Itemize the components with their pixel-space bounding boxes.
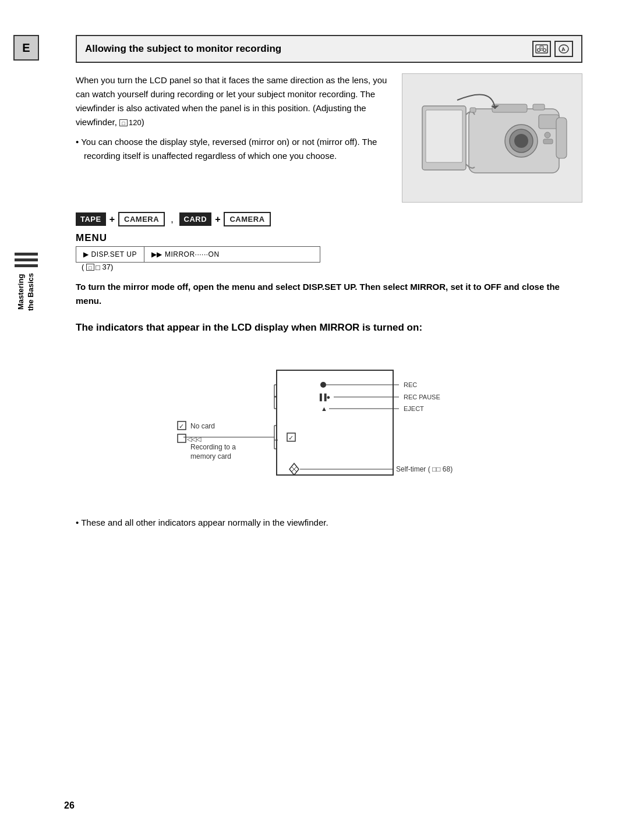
svg-point-1 bbox=[538, 49, 540, 52]
tape-badge: TAPE bbox=[76, 212, 106, 226]
svg-rect-13 bbox=[533, 104, 545, 110]
svg-text:Self-timer ( □□ 68): Self-timer ( □□ 68) bbox=[396, 465, 453, 473]
menu-row: ▶ DISP.SET UP ▶▶ MIRROR······ON bbox=[76, 246, 320, 263]
svg-text:◁◁◁: ◁◁◁ bbox=[187, 435, 202, 442]
menu-ref: ( □□ 37) bbox=[82, 263, 582, 272]
bullet-text: • You can choose the display style, reve… bbox=[76, 135, 390, 163]
svg-text:EJECT: EJECT bbox=[404, 405, 424, 412]
pen-write-icon bbox=[554, 41, 573, 57]
svg-text:▲: ▲ bbox=[321, 405, 327, 412]
menu-item-1: DISP.SET UP bbox=[91, 250, 137, 258]
menu-item-2: MIRROR······ON bbox=[165, 250, 220, 258]
card-badge: CARD bbox=[179, 212, 212, 226]
svg-text:memory card: memory card bbox=[190, 452, 231, 460]
lcd-svg: REC ▐▐● REC PAUSE ▲ EJECT ✓ No card bbox=[125, 353, 533, 504]
plus-sign-1: + bbox=[109, 214, 115, 225]
controls-row: TAPE + CAMERA , CARD + CAMERA bbox=[76, 212, 582, 226]
svg-point-19 bbox=[545, 132, 550, 138]
svg-point-2 bbox=[543, 49, 546, 52]
ref-inline: □120) bbox=[119, 117, 144, 127]
svg-rect-17 bbox=[556, 118, 567, 158]
menu-label: MENU bbox=[76, 232, 582, 244]
svg-text:No card: No card bbox=[190, 422, 215, 430]
menu-cell-2: ▶▶ MIRROR······ON bbox=[144, 247, 227, 262]
comma-separator: , bbox=[171, 214, 173, 225]
svg-text:Recording to a: Recording to a bbox=[190, 443, 236, 451]
camera-image bbox=[402, 73, 582, 203]
intro-text: When you turn the LCD panel so that it f… bbox=[76, 73, 390, 203]
section-title: Allowing the subject to monitor recordin… bbox=[85, 43, 281, 55]
svg-point-22 bbox=[320, 382, 326, 388]
lcd-diagram-area: REC ▐▐● REC PAUSE ▲ EJECT ✓ No card bbox=[76, 353, 582, 498]
page-number: 26 bbox=[64, 800, 75, 811]
intro-paragraph: When you turn the LCD panel so that it f… bbox=[76, 73, 390, 129]
svg-rect-4 bbox=[540, 46, 543, 48]
svg-rect-21 bbox=[277, 370, 393, 475]
page-content: Allowing the subject to monitor recordin… bbox=[0, 0, 629, 840]
large-heading: The indicators that appear in the LCD di… bbox=[76, 320, 582, 335]
camera-badge-1: CAMERA bbox=[118, 212, 165, 226]
menu-arrow-2: ▶▶ bbox=[151, 250, 162, 258]
svg-point-10 bbox=[514, 134, 528, 148]
svg-text:▐▐●: ▐▐● bbox=[317, 393, 330, 402]
instruction-bold: To turn the mirror mode off, open the me… bbox=[76, 280, 582, 308]
svg-text:✓: ✓ bbox=[288, 434, 294, 441]
svg-text:REC PAUSE: REC PAUSE bbox=[404, 394, 440, 400]
main-content: Allowing the subject to monitor recordin… bbox=[76, 35, 582, 530]
lcd-diagram: REC ▐▐● REC PAUSE ▲ EJECT ✓ No card bbox=[125, 353, 533, 498]
menu-arrow-1: ▶ bbox=[83, 250, 89, 258]
header-icons bbox=[532, 41, 573, 57]
svg-rect-34 bbox=[178, 434, 186, 442]
svg-rect-15 bbox=[426, 110, 462, 162]
svg-rect-18 bbox=[470, 108, 476, 112]
svg-rect-12 bbox=[492, 104, 527, 112]
menu-section: MENU ▶ DISP.SET UP ▶▶ MIRROR······ON ( □… bbox=[76, 232, 582, 272]
plus-sign-2: + bbox=[215, 214, 220, 225]
camera-svg bbox=[405, 74, 579, 202]
footer-bullet: • These and all other indicators appear … bbox=[76, 516, 582, 530]
camera-badge-2: CAMERA bbox=[224, 212, 270, 226]
svg-text:REC: REC bbox=[404, 381, 417, 388]
section-header: Allowing the subject to monitor recordin… bbox=[76, 35, 582, 63]
svg-text:✓: ✓ bbox=[179, 423, 184, 430]
menu-cell-1: ▶ DISP.SET UP bbox=[76, 247, 144, 262]
content-row: When you turn the LCD panel so that it f… bbox=[76, 73, 582, 203]
svg-rect-20 bbox=[543, 139, 553, 144]
tape-cassette-icon bbox=[532, 41, 551, 57]
